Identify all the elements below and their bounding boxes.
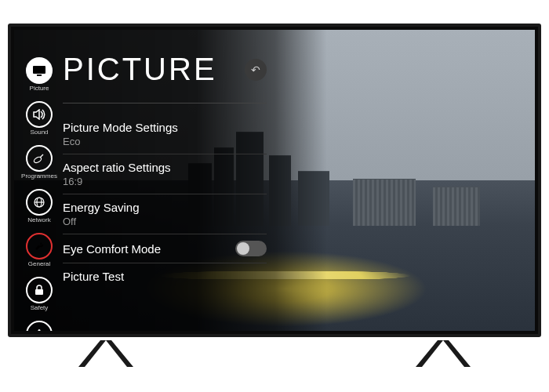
setting-label: Aspect ratio Settings bbox=[63, 161, 267, 174]
rail-item-accessibility[interactable]: Accessibility bbox=[20, 321, 58, 331]
tv-screen-icon bbox=[26, 57, 53, 84]
svg-rect-7 bbox=[35, 289, 43, 295]
rail-item-safety[interactable]: Safety bbox=[20, 277, 58, 311]
setting-label: Picture Mode Settings bbox=[63, 121, 267, 134]
setting-value: 16:9 bbox=[63, 176, 267, 187]
divider bbox=[63, 103, 267, 103]
back-arrow-icon: ↶ bbox=[251, 64, 260, 76]
svg-rect-0 bbox=[33, 66, 45, 74]
svg-rect-1 bbox=[37, 74, 42, 76]
rail-item-picture[interactable]: Picture bbox=[20, 57, 58, 92]
rail-item-general[interactable]: General bbox=[20, 233, 58, 267]
globe-icon bbox=[26, 189, 53, 216]
settings-panel: PICTURE ↶ Picture Mode Settings Eco Aspe… bbox=[63, 52, 267, 289]
rail-label: General bbox=[28, 261, 50, 267]
rail-label: Sound bbox=[30, 129, 48, 136]
rail-item-network[interactable]: Network bbox=[20, 189, 58, 223]
page-title: PICTURE bbox=[63, 52, 217, 87]
tv-frame: Picture Sound Programmes bbox=[8, 24, 541, 368]
setting-label: Eye Comfort Mode bbox=[63, 242, 161, 256]
setting-label: Picture Test bbox=[63, 270, 267, 283]
setting-eye-comfort[interactable]: Eye Comfort Mode bbox=[63, 234, 267, 263]
setting-picture-test[interactable]: Picture Test bbox=[63, 263, 267, 289]
satellite-icon bbox=[26, 145, 53, 172]
wrench-icon bbox=[26, 233, 53, 260]
rail-label: Network bbox=[27, 217, 50, 223]
rail-label: Picture bbox=[30, 85, 49, 92]
tv-stand bbox=[8, 337, 541, 368]
rail-item-sound[interactable]: Sound bbox=[20, 101, 58, 136]
eye-comfort-toggle[interactable] bbox=[235, 241, 267, 256]
svg-point-8 bbox=[38, 329, 41, 331]
settings-category-rail: Picture Sound Programmes bbox=[20, 57, 58, 331]
rail-label: Programmes bbox=[21, 173, 57, 180]
setting-value: Eco bbox=[63, 136, 267, 147]
speaker-icon bbox=[26, 101, 53, 128]
setting-label: Energy Saving bbox=[63, 201, 267, 214]
tv-screen: Picture Sound Programmes bbox=[14, 30, 535, 331]
setting-aspect-ratio[interactable]: Aspect ratio Settings 16:9 bbox=[63, 154, 267, 194]
accessibility-icon bbox=[26, 321, 53, 331]
setting-picture-mode[interactable]: Picture Mode Settings Eco bbox=[63, 114, 267, 154]
setting-value: Off bbox=[63, 216, 267, 227]
back-button[interactable]: ↶ bbox=[245, 59, 267, 81]
setting-energy-saving[interactable]: Energy Saving Off bbox=[63, 194, 267, 234]
lock-icon bbox=[26, 277, 53, 303]
tv-bezel: Picture Sound Programmes bbox=[8, 24, 541, 337]
rail-label: Safety bbox=[31, 305, 49, 311]
rail-item-programmes[interactable]: Programmes bbox=[20, 145, 58, 180]
svg-line-3 bbox=[40, 154, 43, 158]
